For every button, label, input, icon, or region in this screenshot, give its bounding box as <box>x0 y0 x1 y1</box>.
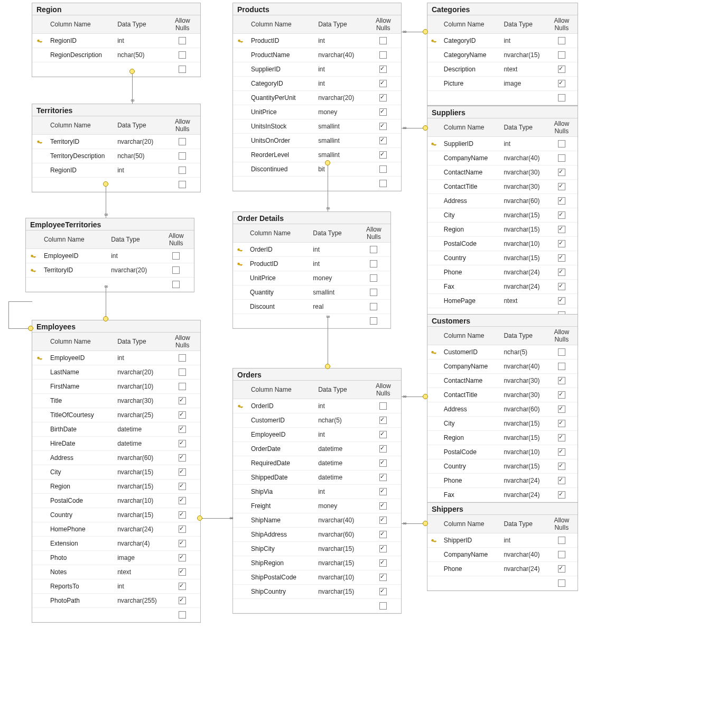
allow-nulls-checkbox[interactable] <box>558 197 565 205</box>
column-row[interactable]: Citynvarchar(15) <box>427 208 578 223</box>
allow-nulls-cell[interactable] <box>165 480 200 494</box>
column-row[interactable]: Faxnvarchar(24) <box>427 280 578 294</box>
table-title[interactable]: Categories <box>427 3 578 15</box>
allow-nulls-checkbox[interactable] <box>558 348 565 356</box>
column-row[interactable]: ContactTitlenvarchar(30) <box>427 180 578 194</box>
allow-nulls-checkbox[interactable] <box>370 274 377 282</box>
allow-nulls-checkbox[interactable] <box>370 303 377 310</box>
column-row[interactable]: ContactNamenvarchar(30) <box>427 374 578 388</box>
column-row[interactable]: PostalCodenvarchar(10) <box>427 445 578 459</box>
allow-nulls-checkbox[interactable] <box>179 597 186 604</box>
column-row[interactable]: RegionDescriptionnchar(50) <box>32 48 200 62</box>
allow-nulls-checkbox[interactable] <box>558 283 565 290</box>
empty-row[interactable] <box>233 599 401 613</box>
allow-nulls-checkbox[interactable] <box>558 565 565 573</box>
allow-nulls-checkbox[interactable] <box>179 167 186 174</box>
allow-nulls-checkbox[interactable] <box>379 545 387 552</box>
column-row[interactable]: HireDatedatetime <box>32 437 200 451</box>
allow-nulls-cell[interactable] <box>366 485 401 499</box>
column-row[interactable]: ContactTitlenvarchar(30) <box>427 388 578 402</box>
column-row[interactable]: Freightmoney <box>233 499 401 513</box>
column-row[interactable]: UnitPricemoney <box>233 271 390 285</box>
column-row[interactable]: Countrynvarchar(15) <box>427 459 578 474</box>
table-title[interactable]: Territories <box>32 104 200 116</box>
column-row[interactable]: TerritoryDescriptionnchar(50) <box>32 149 200 163</box>
allow-nulls-checkbox[interactable] <box>179 51 186 59</box>
table-territories[interactable]: TerritoriesColumn NameData TypeAllow Nul… <box>32 104 201 192</box>
table-title[interactable]: Shippers <box>427 503 578 515</box>
allow-nulls-cell[interactable] <box>546 562 578 576</box>
allow-nulls-cell[interactable] <box>366 556 401 570</box>
allow-nulls-cell[interactable] <box>366 585 401 599</box>
allow-nulls-cell[interactable] <box>159 263 194 278</box>
column-row[interactable]: Addressnvarchar(60) <box>427 194 578 208</box>
allow-nulls-checkbox[interactable] <box>558 94 565 102</box>
allow-nulls-checkbox[interactable] <box>370 260 377 268</box>
column-row[interactable]: UnitsInStocksmallint <box>233 119 401 134</box>
allow-nulls-cell[interactable] <box>366 105 401 119</box>
column-row[interactable]: EmployeeIDint <box>32 351 200 365</box>
column-row[interactable]: CompanyNamenvarchar(40) <box>427 360 578 374</box>
table-customers[interactable]: CustomersColumn NameData TypeAllow Nulls… <box>427 314 578 517</box>
allow-nulls-checkbox[interactable] <box>379 51 387 59</box>
allow-nulls-cell[interactable] <box>165 594 200 608</box>
allow-nulls-checkbox[interactable] <box>379 94 387 102</box>
column-row[interactable]: OrderDatedatetime <box>233 442 401 456</box>
allow-nulls-checkbox[interactable] <box>558 211 565 219</box>
column-row[interactable]: ReorderLevelsmallint <box>233 148 401 162</box>
allow-nulls-cell[interactable] <box>366 162 401 177</box>
allow-nulls-checkbox[interactable] <box>379 180 387 187</box>
allow-nulls-cell[interactable] <box>366 428 401 442</box>
column-row[interactable]: Phonenvarchar(24) <box>427 265 578 280</box>
allow-nulls-checkbox[interactable] <box>379 151 387 159</box>
allow-nulls-cell[interactable] <box>546 48 578 62</box>
column-row[interactable]: BirthDatedatetime <box>32 422 200 437</box>
column-row[interactable]: SupplierIDint <box>427 137 578 151</box>
empty-row[interactable] <box>427 576 578 591</box>
allow-nulls-cell[interactable] <box>546 280 578 294</box>
allow-nulls-checkbox[interactable] <box>379 445 387 453</box>
allow-nulls-checkbox[interactable] <box>379 459 387 467</box>
column-row[interactable]: Pictureimage <box>427 77 578 91</box>
allow-nulls-checkbox[interactable] <box>558 391 565 399</box>
column-row[interactable]: ShipCitynvarchar(15) <box>233 542 401 556</box>
allow-nulls-cell[interactable] <box>165 408 200 422</box>
column-row[interactable]: CompanyNamenvarchar(40) <box>427 548 578 562</box>
column-row[interactable]: Citynvarchar(15) <box>32 465 200 480</box>
allow-nulls-checkbox[interactable] <box>379 402 387 410</box>
allow-nulls-cell[interactable] <box>366 413 401 428</box>
column-row[interactable]: ShipRegionnvarchar(15) <box>233 556 401 570</box>
allow-nulls-checkbox[interactable] <box>379 66 387 73</box>
allow-nulls-cell[interactable] <box>366 542 401 556</box>
allow-nulls-cell[interactable] <box>165 437 200 451</box>
allow-nulls-cell[interactable] <box>546 533 578 548</box>
column-row[interactable]: TerritoryIDnvarchar(20) <box>32 135 200 149</box>
column-row[interactable]: CompanyNamenvarchar(40) <box>427 151 578 165</box>
column-row[interactable]: FirstNamenvarchar(10) <box>32 380 200 394</box>
column-row[interactable]: ShipPostalCodenvarchar(10) <box>233 570 401 585</box>
column-row[interactable]: PhotoPathnvarchar(255) <box>32 594 200 608</box>
allow-nulls-checkbox[interactable] <box>179 454 186 462</box>
column-row[interactable]: TitleOfCourtesynvarchar(25) <box>32 408 200 422</box>
allow-nulls-cell[interactable] <box>165 551 200 565</box>
allow-nulls-cell[interactable] <box>366 471 401 485</box>
allow-nulls-checkbox[interactable] <box>558 377 565 384</box>
allow-nulls-cell[interactable] <box>366 513 401 528</box>
allow-nulls-cell[interactable] <box>357 271 390 285</box>
allow-nulls-cell[interactable] <box>546 445 578 459</box>
allow-nulls-checkbox[interactable] <box>379 502 387 510</box>
allow-nulls-checkbox[interactable] <box>370 289 377 296</box>
allow-nulls-cell[interactable] <box>546 77 578 91</box>
allow-nulls-checkbox[interactable] <box>379 574 387 581</box>
allow-nulls-checkbox[interactable] <box>379 417 387 424</box>
allow-nulls-checkbox[interactable] <box>379 80 387 87</box>
column-row[interactable]: Extensionnvarchar(4) <box>32 537 200 551</box>
allow-nulls-cell[interactable] <box>366 442 401 456</box>
allow-nulls-cell[interactable] <box>546 223 578 237</box>
allow-nulls-cell[interactable] <box>546 474 578 488</box>
empty-row[interactable] <box>32 178 200 192</box>
allow-nulls-checkbox[interactable] <box>179 383 186 390</box>
column-row[interactable]: Addressnvarchar(60) <box>32 451 200 465</box>
allow-nulls-cell[interactable] <box>165 34 200 48</box>
table-order-details[interactable]: Order DetailsColumn NameData TypeAllow N… <box>232 211 391 329</box>
